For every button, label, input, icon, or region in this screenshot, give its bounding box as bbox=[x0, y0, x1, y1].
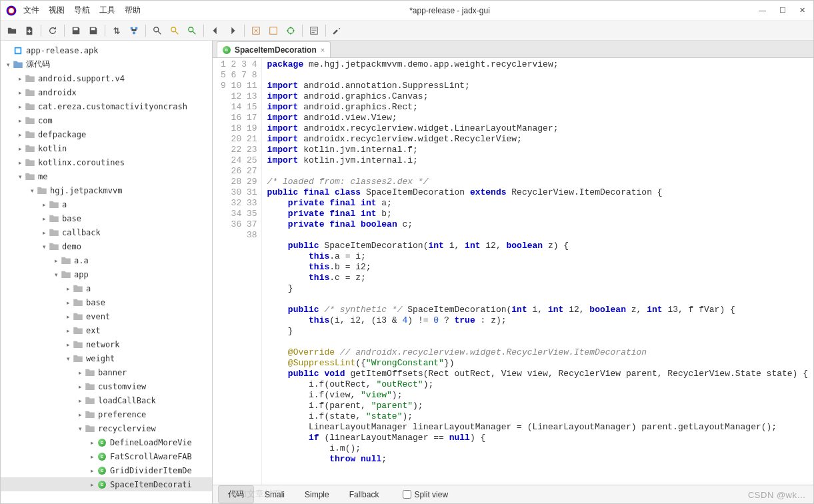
twisty-icon[interactable]: ▸ bbox=[15, 88, 25, 97]
tree-pkg[interactable]: ▾ recyclerview bbox=[1, 421, 212, 435]
settings-icon[interactable] bbox=[330, 23, 345, 38]
twisty-icon[interactable]: ▾ bbox=[15, 172, 25, 181]
tree-src[interactable]: ▾ 源代码 bbox=[1, 57, 212, 71]
save-all-icon[interactable] bbox=[86, 23, 101, 38]
tree-pkg[interactable]: ▸ ext bbox=[1, 323, 212, 337]
twisty-icon[interactable]: ▸ bbox=[63, 312, 73, 321]
twisty-icon[interactable]: ▸ bbox=[15, 130, 25, 139]
twisty-icon[interactable]: ▸ bbox=[87, 480, 97, 489]
refresh-icon[interactable] bbox=[45, 23, 60, 38]
add-file-icon[interactable] bbox=[22, 23, 37, 38]
tree-pkg[interactable]: ▸ loadCallBack bbox=[1, 393, 212, 407]
tree-pkg[interactable]: ▸ com bbox=[1, 113, 212, 127]
menu-nav[interactable]: 导航 bbox=[74, 5, 90, 16]
search-highlight-icon[interactable] bbox=[167, 23, 182, 38]
menu-file[interactable]: 文件 bbox=[23, 5, 39, 16]
svg-point-3 bbox=[154, 27, 159, 31]
twisty-icon[interactable]: ▸ bbox=[75, 410, 85, 419]
tree-pkg[interactable]: ▸ a.a bbox=[1, 253, 212, 267]
twisty-icon[interactable]: ▸ bbox=[39, 228, 49, 237]
tree-root[interactable]: app-release.apk bbox=[1, 43, 212, 57]
twisty-icon[interactable]: ▸ bbox=[75, 396, 85, 405]
tree-pkg[interactable]: ▸ customview bbox=[1, 379, 212, 393]
log-icon[interactable] bbox=[307, 23, 321, 38]
quark-icon[interactable] bbox=[266, 23, 281, 38]
tree-pkg[interactable]: ▸ cat.ereza.customactivityoncrash bbox=[1, 99, 212, 113]
tree-class[interactable]: ▸ c GridDividerItemDe bbox=[1, 463, 212, 477]
twisty-icon[interactable]: ▸ bbox=[63, 326, 73, 335]
twisty-icon[interactable]: ▸ bbox=[87, 452, 97, 461]
twisty-icon[interactable] bbox=[3, 46, 13, 55]
twisty-icon[interactable]: ▾ bbox=[63, 354, 73, 363]
tree-pkg[interactable]: ▾ app bbox=[1, 267, 212, 281]
tree-pkg[interactable]: ▸ kotlin bbox=[1, 141, 212, 155]
search-green-icon[interactable] bbox=[185, 23, 199, 38]
tree-pkg[interactable]: ▸ network bbox=[1, 337, 212, 351]
twisty-icon[interactable]: ▾ bbox=[51, 270, 61, 279]
menu-tools[interactable]: 工具 bbox=[99, 5, 115, 16]
tree-pkg[interactable]: ▸ base bbox=[1, 295, 212, 309]
twisty-icon[interactable]: ▸ bbox=[15, 74, 25, 83]
back-icon[interactable] bbox=[208, 23, 223, 38]
split-view-input[interactable] bbox=[403, 490, 411, 499]
tree-pkg[interactable]: ▾ me bbox=[1, 169, 212, 183]
twisty-icon[interactable]: ▸ bbox=[63, 298, 73, 307]
twisty-icon[interactable]: ▾ bbox=[39, 242, 49, 251]
tree-pkg[interactable]: ▸ androidx bbox=[1, 85, 212, 99]
sidebar-tree[interactable]: app-release.apk ▾ 源代码 ▸ android.support.… bbox=[1, 41, 213, 503]
tree-label: network bbox=[86, 340, 120, 349]
twisty-icon[interactable]: ▾ bbox=[75, 424, 85, 433]
structure-icon[interactable] bbox=[127, 23, 141, 38]
twisty-icon[interactable]: ▸ bbox=[87, 466, 97, 475]
code-editor[interactable]: 1 2 3 4 5 6 7 8 9 10 11 12 13 14 15 16 1… bbox=[213, 58, 813, 485]
twisty-icon[interactable]: ▾ bbox=[3, 60, 13, 69]
twisty-icon[interactable]: ▸ bbox=[87, 438, 97, 447]
twisty-icon[interactable]: ▸ bbox=[15, 116, 25, 125]
twisty-icon[interactable]: ▸ bbox=[39, 200, 49, 209]
save-icon[interactable] bbox=[69, 23, 83, 38]
twisty-icon[interactable]: ▸ bbox=[63, 340, 73, 349]
tree-pkg[interactable]: ▾ weight bbox=[1, 351, 212, 365]
menu-view[interactable]: 视图 bbox=[49, 5, 65, 16]
svg-rect-1 bbox=[135, 27, 138, 29]
twisty-icon[interactable]: ▸ bbox=[15, 144, 25, 153]
sync-icon[interactable] bbox=[109, 23, 124, 38]
twisty-icon[interactable]: ▸ bbox=[51, 256, 61, 265]
tree-pkg[interactable]: ▸ android.support.v4 bbox=[1, 71, 212, 85]
tree-class[interactable]: ▸ c FatScrollAwareFAB bbox=[1, 449, 212, 463]
tree-pkg[interactable]: ▸ a bbox=[1, 197, 212, 211]
tab-fallback[interactable]: Fallback bbox=[340, 487, 389, 502]
tree-pkg[interactable]: ▾ demo bbox=[1, 239, 212, 253]
twisty-icon[interactable]: ▸ bbox=[63, 284, 73, 293]
tree-pkg[interactable]: ▸ kotlinx.coroutines bbox=[1, 155, 212, 169]
tree-pkg[interactable]: ▸ preference bbox=[1, 407, 212, 421]
split-view-checkbox[interactable]: Split view bbox=[403, 490, 448, 499]
minimize-button[interactable]: — bbox=[759, 6, 766, 15]
twisty-icon[interactable]: ▸ bbox=[15, 102, 25, 111]
tab-close-icon[interactable]: × bbox=[321, 46, 325, 54]
tree-pkg[interactable]: ▸ event bbox=[1, 309, 212, 323]
tree-pkg[interactable]: ▸ callback bbox=[1, 225, 212, 239]
search-icon[interactable] bbox=[150, 23, 165, 38]
editor-tab[interactable]: c SpaceItemDecoration × bbox=[217, 41, 331, 57]
twisty-icon[interactable]: ▸ bbox=[39, 214, 49, 223]
open-icon[interactable] bbox=[5, 23, 19, 38]
tree-pkg[interactable]: ▸ base bbox=[1, 211, 212, 225]
tree-pkg[interactable]: ▾ hgj.jetpackmvvm bbox=[1, 183, 212, 197]
twisty-icon[interactable]: ▸ bbox=[75, 382, 85, 391]
tree-pkg[interactable]: ▸ a bbox=[1, 281, 212, 295]
maximize-button[interactable]: ☐ bbox=[779, 6, 786, 15]
tree-class[interactable]: ▸ c SpaceItemDecorati bbox=[1, 477, 212, 491]
debug-icon[interactable] bbox=[283, 23, 298, 38]
tab-simple[interactable]: Simple bbox=[295, 487, 339, 502]
twisty-icon[interactable]: ▸ bbox=[15, 158, 25, 167]
menu-help[interactable]: 帮助 bbox=[125, 5, 141, 16]
twisty-icon[interactable]: ▸ bbox=[75, 368, 85, 377]
forward-icon[interactable] bbox=[225, 23, 240, 38]
tree-pkg[interactable]: ▸ banner bbox=[1, 365, 212, 379]
tree-pkg[interactable]: ▸ defpackage bbox=[1, 127, 212, 141]
tree-class[interactable]: ▸ c DefineLoadMoreVie bbox=[1, 435, 212, 449]
twisty-icon[interactable]: ▾ bbox=[27, 186, 37, 195]
deobf-icon[interactable] bbox=[249, 23, 263, 38]
close-button[interactable]: ✕ bbox=[799, 6, 805, 15]
